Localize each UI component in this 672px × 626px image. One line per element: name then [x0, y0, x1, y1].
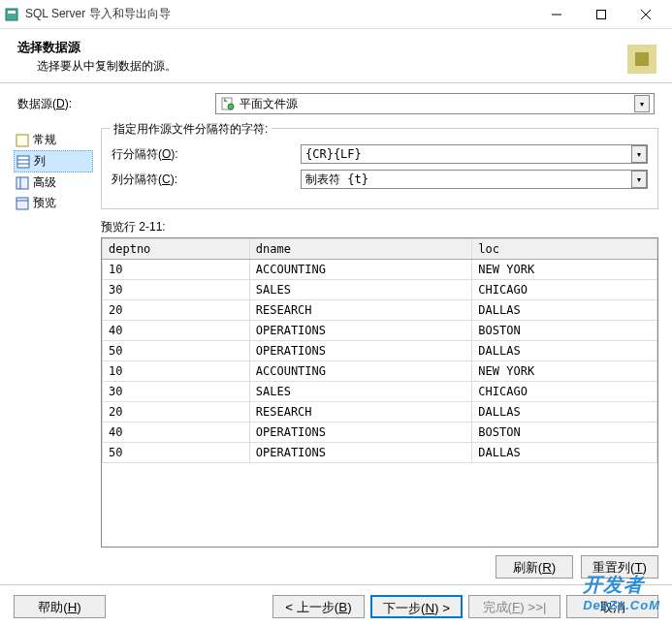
table-cell: 10 [103, 361, 250, 382]
table-row[interactable]: 20RESEARCHDALLAS [103, 402, 657, 423]
maximize-button[interactable] [579, 0, 624, 29]
svg-point-9 [228, 104, 234, 110]
table-cell: 10 [103, 260, 250, 280]
svg-rect-0 [6, 9, 17, 20]
cancel-button[interactable]: 取消 [566, 595, 658, 618]
table-row[interactable]: 40OPERATIONSBOSTON [103, 321, 657, 341]
advanced-icon [16, 176, 29, 190]
flatfile-icon [220, 96, 236, 111]
wizard-graphic-icon [618, 35, 666, 83]
column-header[interactable]: dname [249, 239, 472, 260]
sidebar-item-general[interactable]: 常规 [14, 130, 93, 150]
table-cell: BOSTON [472, 321, 657, 341]
row-delimiter-combo[interactable]: {CR}{LF} ▾ [301, 144, 648, 164]
preview-table: deptnodnameloc 10ACCOUNTINGNEW YORK30SAL… [102, 238, 657, 463]
columns-icon [16, 155, 30, 169]
table-row[interactable]: 10ACCOUNTINGNEW YORK [103, 361, 657, 382]
table-cell: 20 [103, 300, 250, 321]
table-cell: 50 [103, 443, 250, 463]
row-delimiter-label: 行分隔符(O): [112, 146, 301, 163]
table-cell: 40 [103, 321, 250, 341]
table-row[interactable]: 50OPERATIONSDALLAS [103, 443, 657, 463]
table-cell: BOSTON [472, 423, 657, 443]
svg-rect-10 [16, 135, 28, 146]
table-cell: DALLAS [472, 300, 657, 321]
sidebar-item-label: 常规 [33, 132, 56, 148]
table-cell: NEW YORK [472, 260, 657, 280]
page-title: 选择数据源 [17, 39, 655, 56]
table-cell: OPERATIONS [249, 443, 472, 463]
datasource-combo[interactable]: 平面文件源 ▾ [215, 93, 655, 114]
svg-rect-7 [635, 52, 649, 66]
chevron-down-icon[interactable]: ▾ [631, 145, 647, 163]
table-cell: CHICAGO [472, 280, 657, 300]
next-button[interactable]: 下一步(N) > [370, 595, 463, 618]
column-header[interactable]: loc [472, 239, 657, 260]
chevron-down-icon[interactable]: ▾ [634, 95, 650, 112]
window-controls [534, 0, 668, 29]
table-cell: DALLAS [472, 402, 657, 423]
svg-rect-3 [597, 10, 606, 18]
svg-rect-14 [16, 177, 28, 189]
table-cell: RESEARCH [249, 300, 472, 321]
table-cell: SALES [249, 382, 472, 402]
svg-rect-1 [8, 11, 16, 14]
table-cell: ACCOUNTING [249, 260, 472, 280]
close-button[interactable] [624, 0, 668, 29]
svg-rect-11 [17, 156, 29, 168]
help-button[interactable]: 帮助(H) [14, 595, 106, 618]
table-cell: OPERATIONS [249, 321, 472, 341]
col-delimiter-label: 列分隔符(C): [112, 172, 301, 188]
table-row[interactable]: 30SALESCHICAGO [103, 280, 657, 300]
svg-rect-16 [16, 198, 28, 209]
table-cell: DALLAS [472, 341, 657, 361]
table-cell: 30 [103, 382, 250, 402]
table-cell: OPERATIONS [249, 423, 472, 443]
table-cell: ACCOUNTING [249, 361, 472, 382]
table-cell: CHICAGO [472, 382, 657, 402]
table-row[interactable]: 20RESEARCHDALLAS [103, 300, 657, 321]
column-header[interactable]: deptno [103, 239, 250, 260]
table-cell: DALLAS [472, 443, 657, 463]
finish-button: 完成(F) >>| [468, 595, 560, 618]
table-row[interactable]: 40OPERATIONSBOSTON [103, 423, 657, 443]
sidebar-item-advanced[interactable]: 高级 [14, 172, 93, 193]
table-cell: 40 [103, 423, 250, 443]
general-icon [16, 134, 29, 147]
table-row[interactable]: 50OPERATIONSDALLAS [103, 341, 657, 361]
preview-icon [16, 197, 29, 210]
table-cell: 50 [103, 341, 250, 361]
table-cell: SALES [249, 280, 472, 300]
table-cell: OPERATIONS [249, 341, 472, 361]
table-row[interactable]: 30SALESCHICAGO [103, 382, 657, 402]
datasource-value: 平面文件源 [240, 96, 634, 112]
minimize-button[interactable] [534, 0, 579, 29]
delimiter-fieldset: 指定用作源文件分隔符的字符: 行分隔符(O): {CR}{LF} ▾ 列分隔符(… [101, 128, 658, 209]
fieldset-legend: 指定用作源文件分隔符的字符: [110, 121, 272, 138]
sidebar-item-columns[interactable]: 列 [14, 150, 93, 172]
datasource-row: 数据源(D): 平面文件源 ▾ [0, 83, 672, 128]
col-delimiter-combo[interactable]: 制表符 {t} ▾ [301, 170, 648, 189]
table-cell: NEW YORK [472, 361, 657, 382]
page-subtitle: 选择要从中复制数据的源。 [37, 58, 655, 75]
sidebar-item-label: 高级 [33, 174, 56, 191]
preview-label: 预览行 2-11: [101, 219, 658, 235]
row-delimiter-value: {CR}{LF} [302, 147, 631, 161]
preview-table-wrap[interactable]: deptnodnameloc 10ACCOUNTINGNEW YORK30SAL… [101, 237, 658, 548]
refresh-button[interactable]: 刷新(R) [496, 555, 573, 579]
table-cell: 20 [103, 402, 250, 423]
col-delimiter-value: 制表符 {t} [302, 172, 631, 188]
datasource-label: 数据源(D): [17, 96, 202, 112]
wizard-footer: 帮助(H) < 上一步(B) 下一步(N) > 完成(F) >>| 取消 [0, 584, 672, 618]
wizard-header: 选择数据源 选择要从中复制数据的源。 [0, 29, 672, 83]
reset-columns-button[interactable]: 重置列(T) [581, 555, 658, 579]
sidebar-item-label: 预览 [33, 195, 56, 211]
sidebar-item-label: 列 [34, 153, 46, 170]
chevron-down-icon[interactable]: ▾ [631, 171, 647, 188]
table-row[interactable]: 10ACCOUNTINGNEW YORK [103, 260, 657, 280]
back-button[interactable]: < 上一步(B) [272, 595, 365, 618]
titlebar-text: SQL Server 导入和导出向导 [25, 6, 534, 22]
app-icon [4, 7, 19, 22]
sidebar-item-preview[interactable]: 预览 [14, 193, 93, 213]
table-cell: 30 [103, 280, 250, 300]
